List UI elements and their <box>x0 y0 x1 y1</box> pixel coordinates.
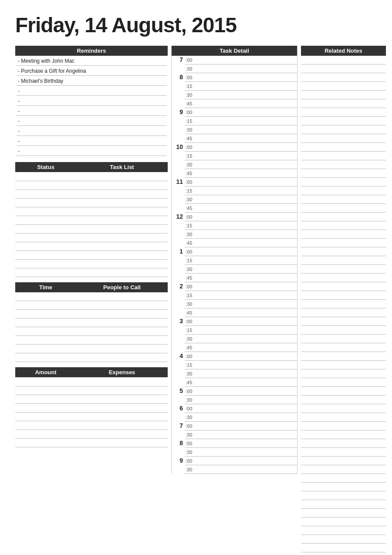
page-title: Friday, 14 August, 2015 <box>15 13 377 37</box>
task-name-cell <box>54 242 168 250</box>
task-list-row <box>15 242 168 250</box>
slot-content <box>195 161 297 169</box>
hour-label: 6 <box>172 404 185 412</box>
task-list-header: Status Task List <box>15 162 168 172</box>
slot-row: :15 <box>185 326 297 335</box>
slot-content <box>195 440 297 447</box>
slot-row: :30 <box>185 396 297 404</box>
note-row <box>301 413 386 422</box>
call-row <box>15 353 168 362</box>
slot-label: :30 <box>185 92 195 98</box>
reminder-item: - <box>16 117 167 126</box>
related-notes-header: Related Notes <box>301 46 386 56</box>
note-row <box>301 535 386 544</box>
slot-content <box>195 291 297 299</box>
reminder-item: - <box>16 137 167 146</box>
expense-row <box>15 403 168 412</box>
reminder-item: - <box>16 97 167 106</box>
slot-row: :00 <box>185 143 297 152</box>
slot-label: :00 <box>185 110 195 115</box>
slot-label: :15 <box>185 84 195 89</box>
slot-content <box>195 361 297 369</box>
expense-desc-cell <box>54 377 168 386</box>
hour-label: 9 <box>172 457 185 464</box>
expenses-section: Amount Expenses <box>15 367 168 447</box>
slot-label: :30 <box>185 415 195 420</box>
slot-row: :15 <box>185 152 297 160</box>
slot-row: :15 <box>185 291 297 300</box>
call-row <box>15 336 168 345</box>
call-person-cell <box>54 310 168 318</box>
slot-label: :00 <box>185 458 195 464</box>
hour-block: 11:00:15:30:45 <box>172 178 297 213</box>
note-row <box>301 204 386 213</box>
expense-amount-cell <box>15 403 54 412</box>
time-slots: :00:15:30:45 <box>185 73 297 108</box>
slot-content <box>195 422 297 430</box>
call-person-cell <box>54 353 168 362</box>
call-row <box>15 327 168 336</box>
reminders-header: Reminders <box>15 46 168 56</box>
note-row <box>301 117 386 125</box>
task-name-cell <box>54 172 168 181</box>
call-time-cell <box>15 336 54 345</box>
expense-desc-cell <box>54 386 168 395</box>
hour-block: 9:00:30 <box>172 457 297 474</box>
note-row <box>301 300 386 308</box>
slot-row: :30 <box>185 465 297 474</box>
call-row <box>15 318 168 327</box>
expense-amount-cell <box>15 430 54 438</box>
task-list-row <box>15 198 168 207</box>
hour-label: 5 <box>172 387 185 394</box>
slot-content <box>195 344 297 352</box>
task-status-header: Status <box>15 162 76 172</box>
note-row <box>301 491 386 500</box>
slot-content <box>195 74 297 81</box>
slot-row: :00 <box>185 387 297 396</box>
note-row <box>301 326 386 335</box>
expense-table <box>15 377 168 447</box>
slot-row: :30 <box>185 125 297 134</box>
reminder-item: - <box>16 107 167 116</box>
slot-label: :30 <box>185 197 195 202</box>
task-list-row <box>15 172 168 181</box>
slot-row: :30 <box>185 91 297 99</box>
hour-block: 7:00:30 <box>172 56 297 73</box>
slot-content <box>195 152 297 160</box>
slot-row: :00 <box>185 352 297 361</box>
slot-content <box>195 100 297 108</box>
slot-content <box>195 143 297 151</box>
slot-row: :30 <box>185 300 297 308</box>
slot-content <box>195 56 297 64</box>
slot-row: :15 <box>185 186 297 195</box>
slot-label: :00 <box>185 249 195 254</box>
slot-row: :30 <box>185 195 297 204</box>
slot-label: :15 <box>185 188 195 193</box>
expense-amount-cell <box>15 412 54 421</box>
hour-block: 8:00:30 <box>172 439 297 457</box>
slot-content <box>195 265 297 273</box>
slot-label: :15 <box>185 258 195 263</box>
task-list-row <box>15 216 168 224</box>
note-row <box>301 457 386 465</box>
slot-label: :45 <box>185 171 195 176</box>
note-row <box>301 361 386 369</box>
slot-content <box>195 169 297 177</box>
note-row <box>301 369 386 378</box>
slot-content <box>195 309 297 317</box>
note-row <box>301 378 386 387</box>
slot-content <box>195 196 297 203</box>
slot-label: :00 <box>185 406 195 411</box>
slot-row: :15 <box>185 361 297 369</box>
note-row <box>301 73 386 82</box>
slot-content <box>195 318 297 325</box>
slot-content <box>195 213 297 221</box>
expense-desc-cell <box>54 430 168 438</box>
call-people-header: People to Call <box>76 282 168 292</box>
slot-row: :45 <box>185 204 297 213</box>
people-to-call-section: Time People to Call <box>15 282 168 362</box>
slot-label: :15 <box>185 153 195 159</box>
slot-row: :00 <box>185 73 297 82</box>
slot-content <box>195 448 297 456</box>
slot-row: :45 <box>185 99 297 108</box>
